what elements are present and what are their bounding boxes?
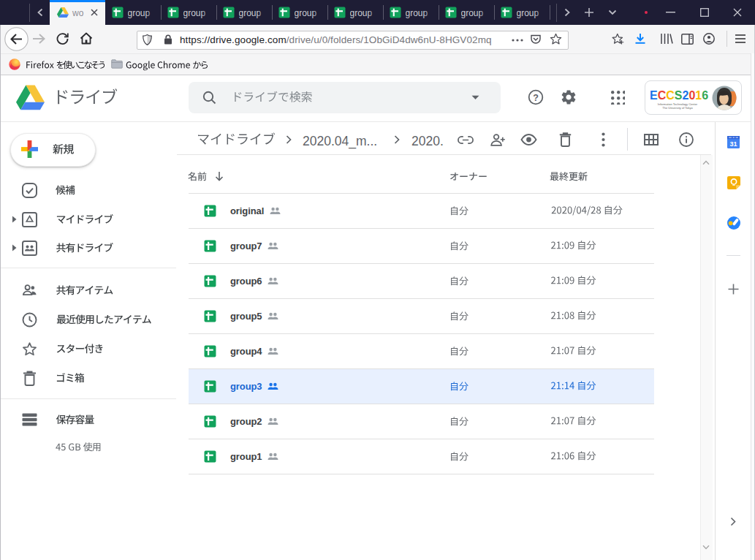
svg-text:31: 31: [729, 140, 737, 148]
svg-text:?: ?: [533, 93, 539, 103]
